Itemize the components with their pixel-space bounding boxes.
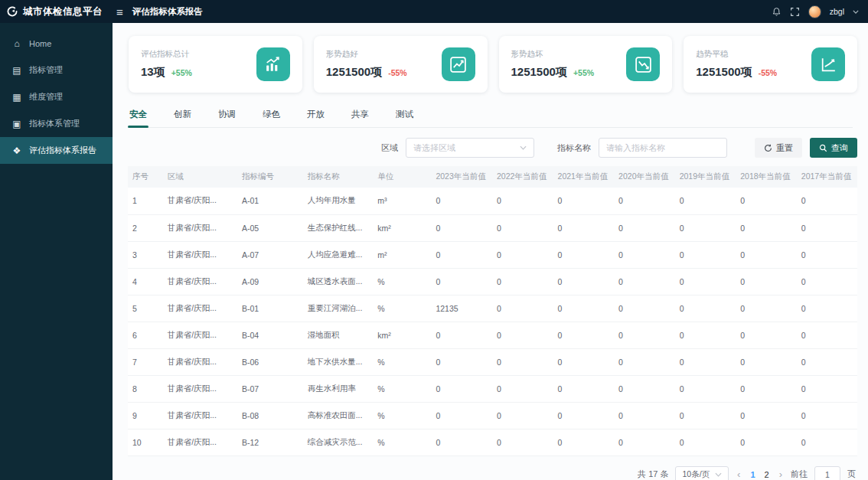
cell-year-value: 0: [553, 268, 615, 295]
cell-year-value: 0: [492, 241, 553, 268]
cell-year-value: 0: [614, 268, 675, 295]
stat-card-value: 1251500项: [326, 65, 382, 80]
sidebar-item-指标体系管理[interactable]: ▣指标体系管理: [0, 110, 113, 137]
pagination: 共 17 条 10条/页 ‹ 12 › 前往 页: [113, 466, 856, 480]
app-window: 城市体检信息平台 ≡ 评估指标体系报告 zbgl ⌂Home▤指标管理▦维度管理…: [0, 0, 868, 480]
cell-code: B-07: [237, 375, 303, 402]
tab-共享[interactable]: 共享: [350, 105, 370, 127]
stat-card-text: 形势趋好1251500项-55%: [326, 49, 407, 80]
cell-year-value: 0: [675, 214, 736, 241]
indicator-system-manage-icon: ▣: [11, 119, 22, 129]
cell-year-value: 0: [553, 188, 615, 214]
tab-安全[interactable]: 安全: [128, 105, 148, 127]
cell-year-value: 0: [675, 402, 736, 429]
table-row[interactable]: 9甘肃省/庆阳...B-08高标准农田面...%0000000: [128, 402, 857, 429]
tab-创新[interactable]: 创新: [172, 105, 193, 127]
cell-year-value: 0: [614, 429, 675, 456]
table-row[interactable]: 5甘肃省/庆阳...B-01重要江河湖泊...%12135000000: [128, 295, 857, 322]
cell-year-value: 0: [675, 188, 736, 214]
sidebar-item-评估指标体系报告[interactable]: ❖评估指标体系报告: [0, 137, 113, 164]
cell-year-value: 0: [431, 241, 492, 268]
cell-year-value: 0: [492, 322, 553, 348]
avatar[interactable]: [808, 5, 821, 18]
table-row[interactable]: 8甘肃省/庆阳...B-07再生水利用率%0000000: [128, 375, 857, 402]
column-header: 2021年当前值: [553, 166, 615, 188]
region-select[interactable]: 请选择区域: [406, 138, 534, 158]
cell-name: 再生水利用率: [303, 375, 373, 402]
indicator-name-input[interactable]: [599, 138, 727, 158]
prev-page-button[interactable]: ‹: [736, 469, 742, 479]
column-header: 2022年当前值: [492, 166, 553, 188]
cell-year-value: 0: [797, 402, 857, 429]
chevron-down-icon: [715, 472, 722, 477]
table-row[interactable]: 1甘肃省/庆阳...A-01人均年用水量m³0000000: [128, 188, 857, 214]
stat-card-delta: -55%: [759, 68, 778, 77]
cell-year-value: 0: [614, 322, 675, 348]
cell-seq: 6: [128, 322, 163, 348]
total-count: 共 17 条: [638, 469, 668, 480]
table-row[interactable]: 10甘肃省/庆阳...B-12综合减灾示范...%0000000: [128, 429, 857, 456]
cell-year-value: 0: [431, 429, 492, 456]
cell-year-value: 0: [553, 295, 615, 322]
cell-year-value: 0: [614, 348, 675, 375]
notification-bell-icon[interactable]: [772, 7, 782, 17]
cell-year-value: 0: [492, 348, 553, 375]
tab-bar: 安全创新协调绿色开放共享测试: [128, 105, 853, 128]
indicator-table: 序号区域指标编号指标名称单位2023年当前值2022年当前值2021年当前值20…: [128, 166, 857, 456]
cell-unit: %: [373, 429, 431, 456]
cell-year-value: 0: [797, 322, 857, 348]
page-size-select[interactable]: 10条/页: [675, 466, 729, 480]
hamburger-menu-icon[interactable]: ≡: [116, 6, 123, 18]
bar-chart-up-icon: [256, 47, 290, 81]
indicator-manage-icon: ▤: [11, 65, 22, 76]
stat-card: 形势趋坏1251500项+55%: [499, 36, 673, 93]
table-row[interactable]: 7甘肃省/庆阳...B-06地下水供水量...%0000000: [128, 348, 857, 375]
next-page-button[interactable]: ›: [778, 469, 784, 479]
stat-card: 趋势平稳1251500项-55%: [684, 36, 857, 93]
tab-开放[interactable]: 开放: [305, 105, 326, 127]
sidebar-item-指标管理[interactable]: ▤指标管理: [0, 57, 113, 83]
cell-year-value: 0: [736, 402, 797, 429]
cell-code: A-05: [237, 214, 303, 241]
tab-绿色[interactable]: 绿色: [261, 105, 282, 127]
cell-region: 甘肃省/庆阳...: [163, 268, 237, 295]
table-row[interactable]: 2甘肃省/庆阳...A-05生态保护红线...km²0000000: [128, 214, 857, 241]
table-row[interactable]: 6甘肃省/庆阳...B-04湿地面积km²0000000: [128, 322, 857, 348]
cell-code: A-09: [237, 268, 303, 295]
page-numbers: 12: [749, 470, 770, 479]
cell-year-value: 0: [797, 214, 857, 241]
cell-year-value: 0: [797, 241, 857, 268]
fullscreen-icon[interactable]: [790, 7, 800, 17]
cell-year-value: 0: [492, 295, 553, 322]
reset-button[interactable]: 重置: [755, 138, 802, 158]
cell-year-value: 0: [797, 375, 857, 402]
table-row[interactable]: 3甘肃省/庆阳...A-07人均应急避难...m²0000000: [128, 241, 857, 268]
cell-year-value: 0: [492, 375, 553, 402]
cell-year-value: 0: [431, 348, 492, 375]
cell-year-value: 0: [614, 241, 675, 268]
brand: 城市体检信息平台: [0, 5, 113, 18]
cell-year-value: 0: [797, 429, 857, 456]
column-header: 指标名称: [303, 166, 373, 188]
tab-测试[interactable]: 测试: [394, 105, 415, 127]
tab-协调[interactable]: 协调: [217, 105, 237, 127]
cell-unit: m²: [373, 241, 431, 268]
cell-year-value: 0: [431, 322, 492, 348]
topbar: 城市体检信息平台 ≡ 评估指标体系报告 zbgl: [0, 0, 868, 23]
sidebar-item-Home[interactable]: ⌂Home: [0, 30, 113, 57]
jump-page-input[interactable]: [814, 466, 840, 480]
cell-year-value: 0: [492, 429, 553, 456]
cell-unit: %: [373, 375, 431, 402]
home-icon: ⌂: [11, 38, 22, 49]
sidebar-item-维度管理[interactable]: ▦维度管理: [0, 83, 113, 110]
page-number-2[interactable]: 2: [763, 470, 771, 479]
table-row[interactable]: 4甘肃省/庆阳...A-09城区透水表面...%0000000: [128, 268, 857, 295]
username[interactable]: zbgl: [830, 7, 844, 16]
chevron-down-icon[interactable]: [853, 10, 859, 14]
region-label: 区域: [381, 142, 398, 154]
column-header: 指标编号: [237, 166, 303, 188]
search-button[interactable]: 查询: [810, 138, 857, 158]
page-number-1[interactable]: 1: [749, 470, 756, 479]
sidebar: ⌂Home▤指标管理▦维度管理▣指标体系管理❖评估指标体系报告: [0, 23, 113, 480]
column-header: 2018年当前值: [736, 166, 797, 188]
